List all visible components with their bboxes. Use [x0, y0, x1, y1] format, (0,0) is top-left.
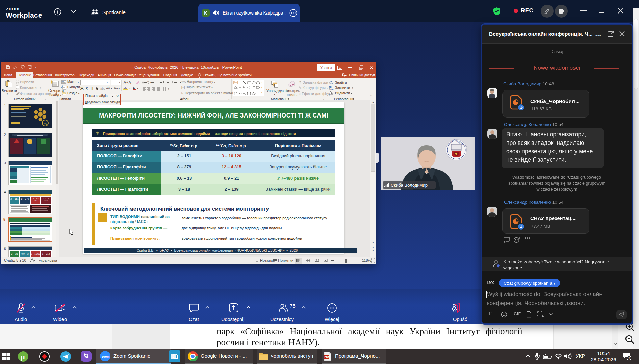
svg-text:ac: ac: [331, 88, 333, 90]
svg-text:PDF: PDF: [325, 356, 330, 359]
svg-text:2: 2: [628, 357, 630, 360]
